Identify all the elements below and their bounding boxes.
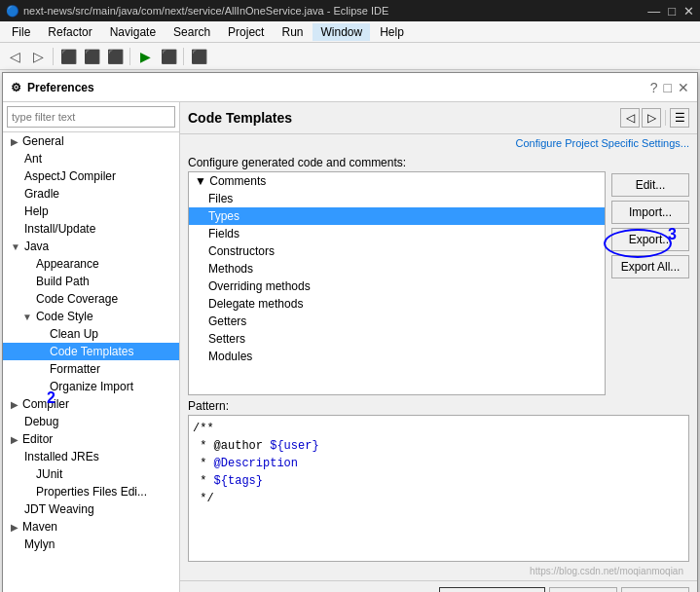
tree-arrow-codestyle: ▼ xyxy=(22,312,32,322)
panel-header: Code Templates ◁ ▷ ☰ xyxy=(180,102,697,134)
toolbar-btn-1[interactable]: ◁ xyxy=(4,46,25,67)
template-item-3[interactable]: Fields xyxy=(189,225,605,242)
dialog-btn-apply[interactable]: Apply xyxy=(549,587,617,592)
tree-item-organizeimport[interactable]: Organize Import xyxy=(3,378,179,395)
menu-item-search[interactable]: Search xyxy=(166,23,218,41)
maximize-button[interactable]: □ xyxy=(668,4,676,18)
tree-item-cleanup[interactable]: Clean Up xyxy=(3,325,179,343)
template-item-8[interactable]: Getters xyxy=(189,313,605,330)
tree-item-codestyle[interactable]: ▼Code Style xyxy=(3,308,179,325)
tree-item-propfiles[interactable]: Properties Files Edi... xyxy=(3,483,179,500)
template-item-6[interactable]: Overriding methods xyxy=(189,278,605,295)
pattern-line-1: * @author ${user} xyxy=(193,437,684,455)
template-list-area: ▼ CommentsFilesTypesFieldsConstructorsMe… xyxy=(180,171,697,395)
toolbar-btn-2[interactable]: ▷ xyxy=(27,46,49,67)
tree-arrow-general: ▶ xyxy=(11,136,18,147)
tree-arrow-compiler: ▶ xyxy=(11,399,18,410)
menu-item-file[interactable]: File xyxy=(4,23,38,41)
dialog-close-button[interactable]: ✕ xyxy=(678,80,689,95)
filter-box xyxy=(3,102,179,132)
template-item-9[interactable]: Setters xyxy=(189,330,605,348)
pattern-line-2: * @Description xyxy=(193,455,684,472)
close-button[interactable]: ✕ xyxy=(683,4,694,18)
dialog-help-button[interactable]: ? xyxy=(650,80,658,95)
template-item-2[interactable]: Types xyxy=(189,207,605,225)
template-item-4[interactable]: Constructors xyxy=(189,242,605,260)
menu-item-run[interactable]: Run xyxy=(274,23,311,41)
tree-item-java[interactable]: ▼Java xyxy=(3,238,179,255)
tree-item-debug[interactable]: Debug xyxy=(3,413,179,430)
menu-item-window[interactable]: Window xyxy=(313,23,370,41)
tree-item-editor[interactable]: ▶Editor xyxy=(3,430,179,448)
tree-item-general[interactable]: ▶General xyxy=(3,132,179,150)
menu-item-refactor[interactable]: Refactor xyxy=(40,23,99,41)
template-item-7[interactable]: Delegate methods xyxy=(189,295,605,313)
title-bar-controls[interactable]: — □ ✕ xyxy=(647,4,694,18)
tree-item-compiler[interactable]: ▶Compiler xyxy=(3,395,179,413)
tree-label-organizeimport: Organize Import xyxy=(50,380,133,393)
template-item-1[interactable]: Files xyxy=(189,190,605,207)
pattern-line-0: /** xyxy=(193,420,684,437)
watermark: https://blog.csdn.net/moqianmoqian xyxy=(180,564,691,578)
panel-menu-button[interactable]: ☰ xyxy=(670,108,689,128)
tree-label-codecoverage: Code Coverage xyxy=(36,292,118,306)
dialog-title-controls[interactable]: ? □ ✕ xyxy=(650,80,689,95)
toolbar-run-btn[interactable]: ▶ xyxy=(134,46,156,67)
template-item-5[interactable]: Methods xyxy=(189,260,605,278)
tree-label-buildpath: Build Path xyxy=(36,275,90,288)
template-btn-export---[interactable]: Export... xyxy=(611,228,689,251)
nav-back-button[interactable]: ◁ xyxy=(620,108,640,128)
nav-forward-button[interactable]: ▷ xyxy=(642,108,661,128)
tree-label-mylyn: Mylyn xyxy=(24,537,55,551)
toolbar-sep-1 xyxy=(53,48,54,65)
dialog-btn-apply-and-close[interactable]: Apply and Close xyxy=(439,587,545,592)
tree-item-gradle[interactable]: Gradle xyxy=(3,185,179,203)
tree-label-jdtweaving: JDT Weaving xyxy=(24,502,94,516)
toolbar-btn-4[interactable]: ⬛ xyxy=(81,46,102,67)
template-item-10[interactable]: Modules xyxy=(189,348,605,365)
tree-label-install: Install/Update xyxy=(24,222,95,236)
tree-item-appearance[interactable]: Appearance xyxy=(3,255,179,273)
configure-project-link[interactable]: Configure Project Specific Settings... xyxy=(515,137,689,149)
template-btn-edit---[interactable]: Edit... xyxy=(611,173,689,197)
tree-item-maven[interactable]: ▶Maven xyxy=(3,518,179,536)
tree-item-buildpath[interactable]: Build Path xyxy=(3,273,179,290)
dialog-body: ▶GeneralAntAspectJ CompilerGradleHelpIns… xyxy=(3,102,697,592)
dialog-minimize-button[interactable]: □ xyxy=(664,80,672,95)
tree-item-aspectj[interactable]: AspectJ Compiler xyxy=(3,167,179,185)
panel-title: Code Templates xyxy=(188,110,292,126)
toolbar-btn-3[interactable]: ⬛ xyxy=(57,46,79,67)
toolbar-btn-6[interactable]: ⬛ xyxy=(158,46,179,67)
tree-label-junit: JUnit xyxy=(36,467,62,481)
configure-desc: Configure generated code and comments: xyxy=(180,152,697,171)
main-panel: Code Templates ◁ ▷ ☰ Configure Project S… xyxy=(180,102,697,592)
tree-item-jdtweaving[interactable]: JDT Weaving xyxy=(3,500,179,518)
toolbar-btn-5[interactable]: ⬛ xyxy=(104,46,126,67)
tree-item-codecoverage[interactable]: Code Coverage xyxy=(3,290,179,308)
minimize-button[interactable]: — xyxy=(647,4,660,18)
menu-item-project[interactable]: Project xyxy=(220,23,272,41)
template-list: ▼ CommentsFilesTypesFieldsConstructorsMe… xyxy=(188,171,606,395)
tree-label-editor: Editor xyxy=(22,432,53,446)
tree-label-cleanup: Clean Up xyxy=(50,327,98,341)
toolbar-btn-7[interactable]: ⬛ xyxy=(188,46,209,67)
tree-item-junit[interactable]: JUnit xyxy=(3,465,179,483)
tree-item-install[interactable]: Install/Update xyxy=(3,220,179,238)
dialog-btn-cancel[interactable]: Cancel xyxy=(621,587,689,592)
tree-label-propfiles: Properties Files Edi... xyxy=(36,485,147,499)
tree-item-formatter[interactable]: Formatter xyxy=(3,360,179,378)
title-bar-title: 🔵 next-news/src/main/java/com/next/servi… xyxy=(6,5,388,18)
template-btn-export-all---[interactable]: Export All... xyxy=(611,255,689,278)
tree-item-installedjres[interactable]: Installed JREs xyxy=(3,448,179,465)
menu-item-navigate[interactable]: Navigate xyxy=(102,23,164,41)
tree-item-help[interactable]: Help xyxy=(3,203,179,220)
menu-item-help[interactable]: Help xyxy=(372,23,412,41)
template-btn-import---[interactable]: Import... xyxy=(611,201,689,224)
tree-item-ant[interactable]: Ant xyxy=(3,150,179,167)
tree-item-codetemplates[interactable]: Code Templates xyxy=(3,343,179,360)
tree-label-appearance: Appearance xyxy=(36,257,99,271)
tree-label-formatter: Formatter xyxy=(50,362,100,376)
tree-item-mylyn[interactable]: Mylyn xyxy=(3,536,179,553)
template-item-0[interactable]: ▼ Comments xyxy=(189,172,605,190)
filter-input[interactable] xyxy=(7,106,175,128)
